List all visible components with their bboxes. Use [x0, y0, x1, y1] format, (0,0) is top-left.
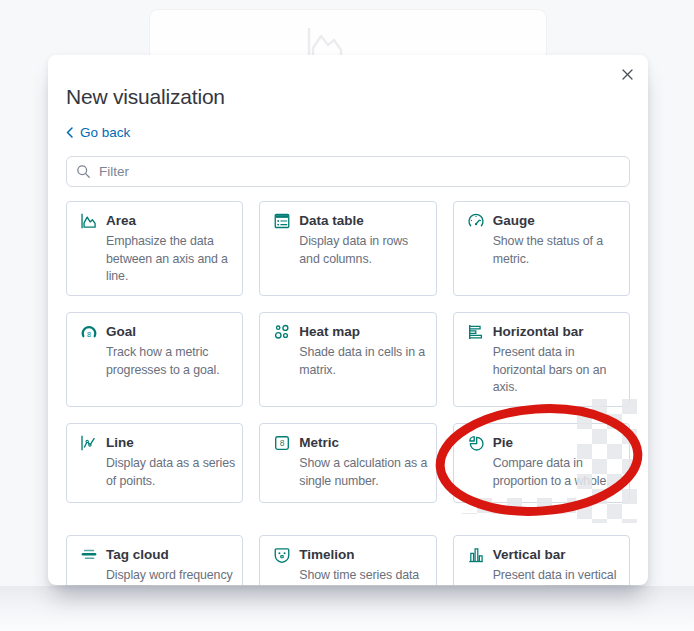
viz-grid: Area Emphasize the data between an axis … — [66, 201, 630, 585]
viz-card-title: Goal — [106, 322, 236, 341]
viz-card-description: Compare data in proportion to a whole. — [493, 455, 623, 490]
viz-card-description: Show the status of a metric. — [493, 233, 623, 268]
viz-card-data-table[interactable]: Data table Display data in rows and colu… — [259, 201, 436, 296]
viz-card-description: Display word frequency with font size. — [106, 567, 236, 585]
metric-icon: 8 — [273, 434, 291, 452]
goal-icon: 8 — [80, 323, 98, 341]
viz-card-title: Metric — [299, 433, 429, 452]
tag-cloud-icon — [80, 546, 98, 564]
viz-card-title: Gauge — [493, 211, 623, 230]
new-visualization-modal: New visualization Go back Area Emphasize… — [48, 55, 648, 585]
vertical-bar-icon — [467, 546, 485, 564]
viz-card-title: Area — [106, 211, 236, 230]
filter-input[interactable] — [66, 156, 630, 187]
data-table-icon — [273, 212, 291, 230]
area-chart-icon — [80, 212, 98, 230]
line-chart-icon — [80, 434, 98, 452]
viz-card-title: Heat map — [299, 322, 429, 341]
viz-card-description: Emphasize the data between an axis and a… — [106, 233, 236, 286]
viz-card-horizontal-bar[interactable]: Horizontal bar Present data in horizonta… — [453, 312, 630, 407]
viz-card-gauge[interactable]: Gauge Show the status of a metric. — [453, 201, 630, 296]
viz-card-title: Tag cloud — [106, 545, 236, 564]
viz-card-description: Track how a metric progresses to a goal. — [106, 344, 236, 379]
viz-card-description: Display data as a series of points. — [106, 455, 236, 490]
svg-text:8: 8 — [280, 438, 285, 448]
viz-card-vertical-bar[interactable]: Vertical bar Present data in vertical ba… — [453, 535, 630, 585]
viz-card-title: Timelion — [299, 545, 429, 564]
timelion-icon — [273, 546, 291, 564]
viz-card-title: Horizontal bar — [493, 322, 623, 341]
viz-card-pie[interactable]: Pie Compare data in proportion to a whol… — [453, 423, 630, 503]
viz-card-description: Show time series data on a graph. — [299, 567, 429, 585]
pie-chart-icon — [467, 434, 485, 452]
viz-card-description: Shade data in cells in a matrix. — [299, 344, 429, 379]
heat-map-icon — [273, 323, 291, 341]
gauge-icon — [467, 212, 485, 230]
page: { "modal": { "title": "New visualization… — [0, 0, 694, 631]
page-footer-gradient — [0, 586, 694, 631]
viz-card-description: Display data in rows and columns. — [299, 233, 429, 268]
viz-card-goal[interactable]: 8 Goal Track how a metric progresses to … — [66, 312, 243, 407]
go-back-label: Go back — [80, 125, 130, 140]
horizontal-bar-icon — [467, 323, 485, 341]
viz-card-heat-map[interactable]: Heat map Shade data in cells in a matrix… — [259, 312, 436, 407]
viz-card-title: Data table — [299, 211, 429, 230]
viz-card-timelion[interactable]: Timelion Show time series data on a grap… — [259, 535, 436, 585]
viz-card-tag-cloud[interactable]: Tag cloud Display word frequency with fo… — [66, 535, 243, 585]
viz-card-description: Present data in vertical bars on an axis… — [493, 567, 623, 585]
filter-search-box — [66, 156, 630, 187]
viz-card-description: Show a calculation as a single number. — [299, 455, 429, 490]
viz-card-title: Line — [106, 433, 236, 452]
viz-card-description: Present data in horizontal bars on an ax… — [493, 344, 623, 397]
viz-card-line[interactable]: Line Display data as a series of points. — [66, 423, 243, 503]
viz-card-metric[interactable]: 8 Metric Show a calculation as a single … — [259, 423, 436, 503]
svg-text:8: 8 — [87, 330, 91, 339]
close-icon[interactable] — [618, 65, 636, 83]
chevron-left-icon — [66, 127, 73, 138]
viz-card-title: Vertical bar — [493, 545, 623, 564]
viz-card-title: Pie — [493, 433, 623, 452]
viz-card-area[interactable]: Area Emphasize the data between an axis … — [66, 201, 243, 296]
go-back-link[interactable]: Go back — [66, 125, 130, 140]
modal-title: New visualization — [66, 84, 630, 110]
search-icon — [76, 164, 91, 183]
